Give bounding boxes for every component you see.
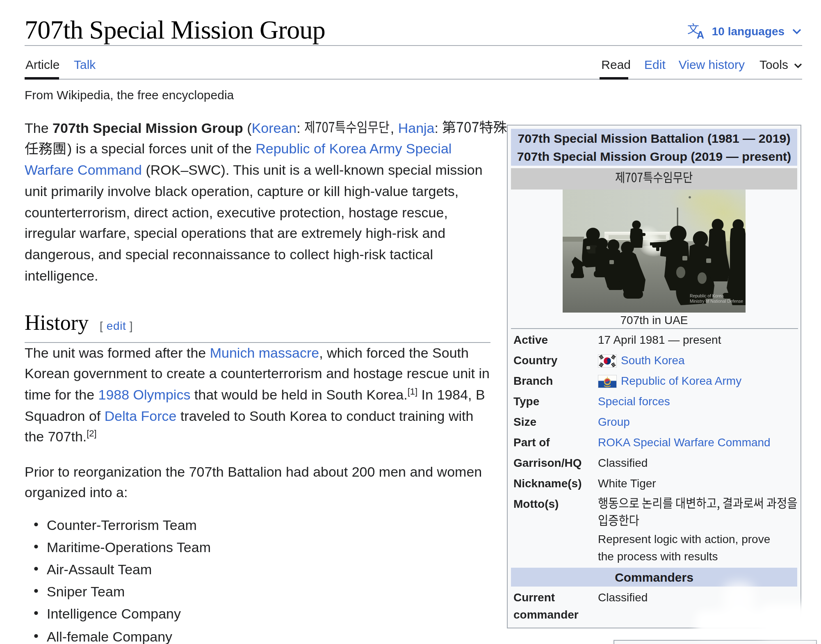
- svg-text:Ministry of National Defense: Ministry of National Defense: [690, 299, 743, 304]
- svg-text:Republic of Korea: Republic of Korea: [690, 294, 724, 298]
- svg-text:A: A: [697, 29, 704, 39]
